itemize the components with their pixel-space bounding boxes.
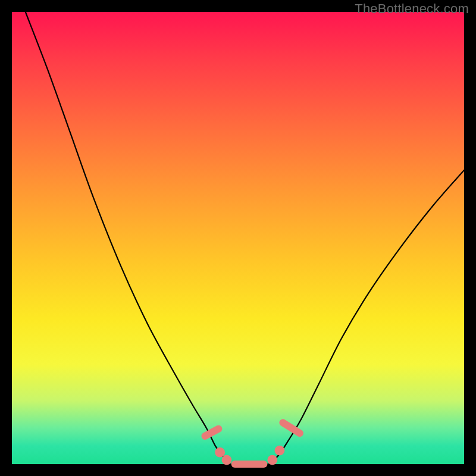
- chart-curves: [26, 12, 464, 464]
- watermark-text: TheBottleneck.com: [355, 1, 469, 17]
- marker-dot-1: [215, 447, 225, 458]
- curve-right-branch: [270, 170, 464, 464]
- chart-svg: [12, 12, 464, 464]
- marker-dot-4: [267, 455, 277, 465]
- marker-dot-5: [275, 446, 285, 456]
- curve-left-branch: [26, 12, 229, 464]
- marker-dot-2: [222, 455, 232, 465]
- chart-markers: [200, 418, 305, 468]
- chart-frame: TheBottleneck.com: [0, 0, 476, 476]
- marker-pill-3: [231, 461, 268, 468]
- chart-plot-area: [12, 12, 464, 464]
